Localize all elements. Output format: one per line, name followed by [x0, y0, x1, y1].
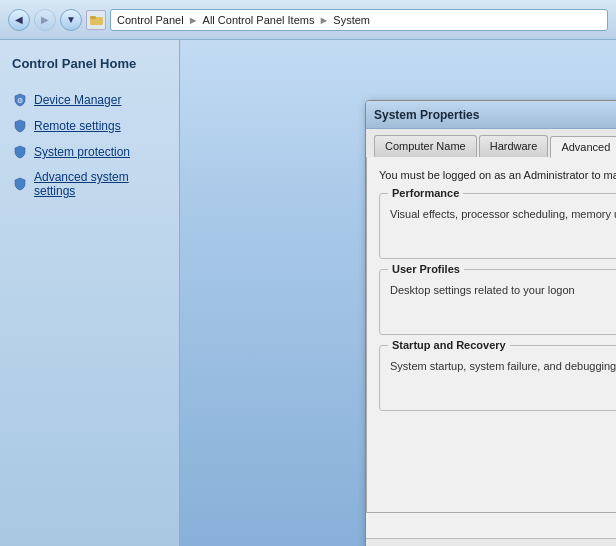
- performance-section: Performance Visual effects, processor sc…: [379, 193, 616, 259]
- sidebar-label-device-manager: Device Manager: [34, 93, 121, 107]
- svg-text:⚙: ⚙: [17, 97, 23, 104]
- breadcrumb-sep1: ►: [188, 14, 199, 26]
- breadcrumb-sep2: ►: [318, 14, 329, 26]
- dialog-titlebar: System Properties ✕: [366, 101, 616, 129]
- admin-warning-text: You must be logged on as an Administrato…: [379, 167, 616, 183]
- dialog-title: System Properties: [374, 108, 479, 122]
- performance-btn-row: Settings...: [390, 228, 616, 248]
- svg-rect-1: [90, 16, 96, 19]
- dialog-footer: OK Cancel Apply: [366, 538, 616, 546]
- startup-recovery-section-desc: System startup, system failure, and debu…: [390, 360, 616, 372]
- tab-hardware[interactable]: Hardware: [479, 135, 549, 157]
- sidebar: Control Panel Home ⚙ Device Manager Remo…: [0, 40, 180, 546]
- tab-computer-name[interactable]: Computer Name: [374, 135, 477, 157]
- env-vars-row: Environment Variables...: [379, 421, 616, 441]
- tab-advanced[interactable]: Advanced: [550, 136, 616, 158]
- content-area: System Properties ✕ Computer Name Hardwa…: [180, 40, 616, 546]
- startup-recovery-btn-row: Settings...: [390, 380, 616, 400]
- user-profiles-btn-row: Settings...: [390, 304, 616, 324]
- sidebar-label-remote-settings: Remote settings: [34, 119, 121, 133]
- system-properties-dialog: System Properties ✕ Computer Name Hardwa…: [365, 100, 616, 546]
- tab-advanced-content: You must be logged on as an Administrato…: [366, 157, 616, 513]
- startup-recovery-section: Startup and Recovery System startup, sys…: [379, 345, 616, 411]
- sidebar-item-device-manager[interactable]: ⚙ Device Manager: [8, 87, 171, 113]
- folder-icon: [86, 10, 106, 30]
- remote-settings-icon: [12, 118, 28, 134]
- sidebar-label-system-protection: System protection: [34, 145, 130, 159]
- sidebar-item-remote-settings[interactable]: Remote settings: [8, 113, 171, 139]
- breadcrumb-part3: System: [333, 14, 370, 26]
- main-area: Control Panel Home ⚙ Device Manager Remo…: [0, 40, 616, 546]
- startup-recovery-section-title: Startup and Recovery: [388, 339, 510, 351]
- breadcrumb-part2: All Control Panel Items: [203, 14, 315, 26]
- sidebar-label-advanced-system-settings: Advanced system settings: [34, 170, 167, 198]
- sidebar-title: Control Panel Home: [8, 56, 171, 71]
- sidebar-item-system-protection[interactable]: System protection: [8, 139, 171, 165]
- address-bar: ◀ ▶ ▼ Control Panel ► All Control Panel …: [0, 0, 616, 40]
- system-protection-icon: [12, 144, 28, 160]
- breadcrumb-part1: Control Panel: [117, 14, 184, 26]
- device-manager-icon: ⚙: [12, 92, 28, 108]
- user-profiles-section-desc: Desktop settings related to your logon: [390, 284, 616, 296]
- breadcrumb: Control Panel ► All Control Panel Items …: [110, 9, 608, 31]
- tab-bar: Computer Name Hardware Advanced System P…: [366, 129, 616, 157]
- back-button[interactable]: ◀: [8, 9, 30, 31]
- performance-section-title: Performance: [388, 187, 463, 199]
- performance-section-desc: Visual effects, processor scheduling, me…: [390, 208, 616, 220]
- advanced-settings-icon: [12, 176, 28, 192]
- user-profiles-section-title: User Profiles: [388, 263, 464, 275]
- sidebar-item-advanced-system-settings[interactable]: Advanced system settings: [8, 165, 171, 203]
- recent-button[interactable]: ▼: [60, 9, 82, 31]
- forward-button[interactable]: ▶: [34, 9, 56, 31]
- user-profiles-section: User Profiles Desktop settings related t…: [379, 269, 616, 335]
